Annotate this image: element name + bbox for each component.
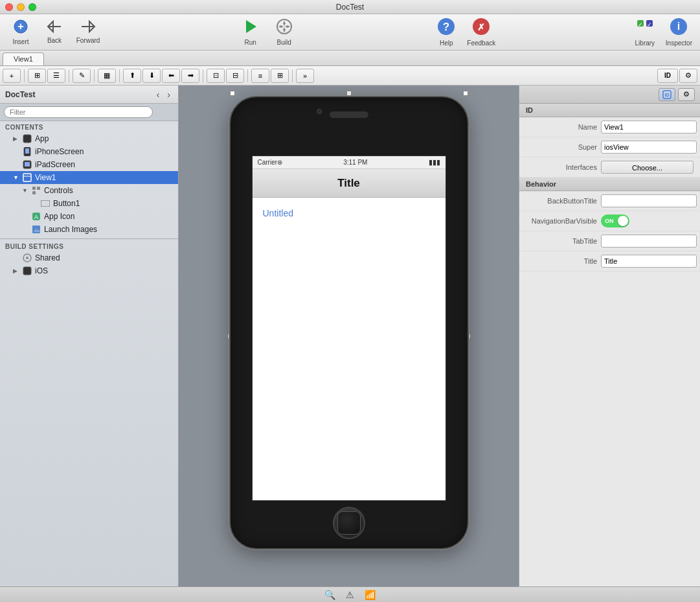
svg-rect-20 [25, 148, 29, 154]
tab-view1[interactable]: View1 [3, 52, 44, 65]
insert-button[interactable]: + Insert [5, 17, 36, 48]
build-button[interactable]: Build [269, 17, 300, 48]
launchimages-label: Launch Images [44, 225, 97, 234]
sidebar: DocTest ‹ › CONTENTS ▶ App iPhoneScreen [0, 86, 179, 586]
svg-text:?: ? [443, 21, 449, 33]
search-status-button[interactable]: 🔍 [324, 590, 335, 600]
feedback-button[interactable]: ✗ Feedback [464, 17, 498, 48]
maximize-button[interactable] [28, 3, 36, 11]
title-label: Title [526, 257, 597, 265]
build-icon [276, 18, 293, 38]
close-button[interactable] [5, 3, 13, 11]
et-align-button[interactable]: ⊟ [226, 69, 244, 83]
view1-label: View1 [35, 173, 56, 182]
sidebar-item-view1[interactable]: ▼ View1 [0, 171, 178, 184]
phone-statusbar: Carrier ⊛ 3:11 PM ▮▮▮ [253, 156, 446, 169]
library-button[interactable]: ✓✓ Library [629, 17, 660, 48]
forward-button[interactable]: Forward [73, 17, 104, 48]
sidebar-item-app[interactable]: ▶ App [0, 132, 178, 145]
feedback-icon: ✗ [472, 17, 490, 38]
iphone-screen[interactable]: Carrier ⊛ 3:11 PM ▮▮▮ Title Untitled [252, 156, 446, 501]
sidebar-item-ipadscreen[interactable]: iPadScreen [0, 158, 178, 171]
et-sep2 [69, 69, 69, 82]
et-settings-button[interactable]: ⚙ [679, 69, 697, 83]
sidebar-item-launchimages[interactable]: Launch Images [0, 223, 178, 236]
signal-status-button[interactable]: 📶 [365, 590, 376, 600]
shared-label: Shared [35, 253, 60, 262]
inspector-button[interactable]: i Inspector [663, 17, 695, 48]
help-icon: ? [437, 17, 455, 38]
insert-label: Insert [12, 38, 28, 45]
tabtitle-label: TabTitle [526, 237, 597, 245]
et-add-button[interactable]: + [3, 69, 21, 83]
navbarvisible-toggle[interactable]: ON [601, 214, 629, 227]
ios-label: iOS [35, 266, 48, 275]
sidebar-item-shared[interactable]: Shared [0, 251, 178, 264]
interfaces-label: Interfaces [526, 163, 597, 171]
insp-tab-settings[interactable]: ⚙ [678, 88, 695, 101]
inspector-super-row: Super ✎ [519, 137, 700, 157]
et-distribute-button[interactable]: ≡ [251, 69, 269, 83]
controls-label: Controls [44, 186, 73, 195]
sidebar-item-appicon[interactable]: A App Icon [0, 210, 178, 223]
controls-icon [31, 185, 41, 196]
insp-tab-id[interactable]: ID [659, 88, 675, 101]
sidebar-item-controls[interactable]: ▼ Controls [0, 184, 178, 197]
svg-text:i: i [677, 21, 680, 32]
statusbar: 🔍 ⚠ 📶 [0, 586, 700, 602]
minimize-button[interactable] [17, 3, 25, 11]
app-label: App [35, 134, 49, 143]
et-list-button[interactable]: ☰ [47, 69, 65, 83]
wifi-icon: ⊛ [277, 159, 282, 166]
help-button[interactable]: ? Help [431, 17, 462, 48]
sidebar-nav-prev[interactable]: ‹ [154, 88, 163, 101]
et-justify-button[interactable]: ⊞ [271, 69, 289, 83]
toggle-on-label: ON [605, 218, 614, 224]
warning-status-button[interactable]: ⚠ [346, 590, 354, 600]
window-title: DocTest [336, 3, 364, 12]
et-move-down-button[interactable]: ⬇ [142, 69, 161, 83]
svg-rect-35 [23, 267, 31, 275]
inspector-interfaces-row: Interfaces Choose... [519, 157, 700, 178]
name-field[interactable] [601, 121, 697, 133]
et-edit-button[interactable]: ✎ [73, 69, 91, 83]
et-resize-button[interactable]: ⊡ [207, 69, 225, 83]
back-button[interactable]: Back [39, 17, 70, 48]
main-area: DocTest ‹ › CONTENTS ▶ App iPhoneScreen [0, 86, 700, 586]
et-id-button[interactable]: ID [657, 69, 678, 83]
run-button[interactable]: Run [235, 17, 266, 48]
phone-content[interactable]: Untitled [253, 198, 446, 229]
forward-label: Forward [76, 37, 100, 44]
et-move-left-button[interactable]: ⬅ [162, 69, 180, 83]
editor-toolbar: + ⊞ ☰ ✎ ▦ ⬆ ⬇ ⬅ ➡ ⊡ ⊟ ≡ ⊞ » ID ⚙ [0, 66, 700, 86]
et-layout1-button[interactable]: ▦ [98, 69, 116, 83]
sidebar-nav-next[interactable]: › [164, 88, 173, 101]
sidebar-item-button1[interactable]: Button1 [0, 197, 178, 210]
et-move-right-button[interactable]: ➡ [181, 69, 199, 83]
et-sep7 [292, 69, 293, 82]
ios-icon [22, 266, 32, 276]
et-move-up-button[interactable]: ⬆ [123, 69, 141, 83]
handle-tr [463, 91, 468, 96]
inspector-tabs: ID ⚙ [519, 86, 700, 104]
inspector-id-section: ID [519, 104, 700, 117]
sidebar-item-iphonescreen[interactable]: iPhoneScreen [0, 145, 178, 158]
title-field[interactable] [601, 255, 697, 268]
backbuttontitle-field[interactable] [601, 194, 697, 207]
svg-text:✗: ✗ [477, 22, 485, 32]
interfaces-choose-button[interactable]: Choose... [601, 161, 694, 174]
svg-text:A: A [34, 214, 38, 220]
sidebar-item-ios[interactable]: ▶ iOS [0, 264, 178, 277]
filter-input[interactable] [4, 106, 153, 118]
et-grid-button[interactable]: ⊞ [28, 69, 46, 83]
et-more-button[interactable]: » [296, 69, 314, 83]
super-field[interactable] [601, 141, 697, 154]
tabtitle-field[interactable] [601, 235, 697, 248]
inspector-tabtitle-row: TabTitle [519, 231, 700, 251]
iphone-home-button[interactable] [333, 507, 365, 539]
canvas[interactable]: Carrier ⊛ 3:11 PM ▮▮▮ Title Untitled [179, 86, 519, 586]
iphonescreen-label: iPhoneScreen [35, 147, 84, 156]
run-label: Run [244, 39, 256, 46]
arrow-icon: ▶ [13, 135, 19, 142]
app-icon [22, 133, 32, 144]
